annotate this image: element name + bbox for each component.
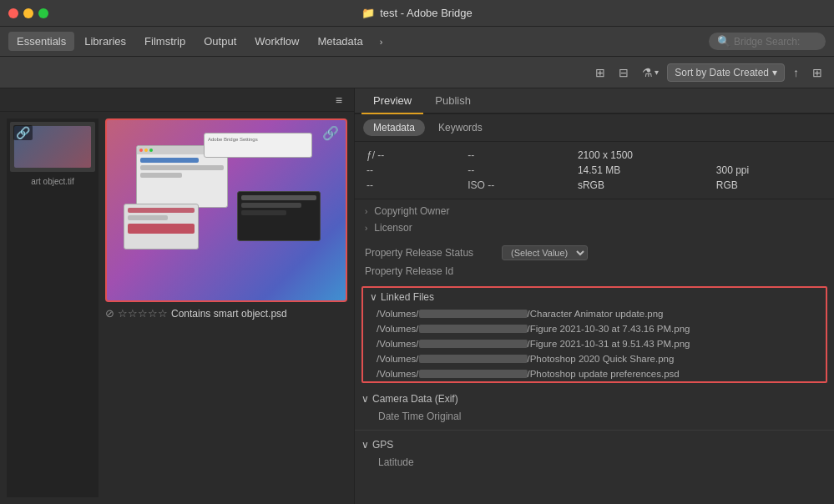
tab-preview[interactable]: Preview — [361, 88, 423, 114]
lf-redacted-4 — [419, 370, 528, 378]
expand-icon-licensor: › — [365, 224, 371, 233]
menu-filmstrip[interactable]: Filmstrip — [136, 32, 194, 51]
grid-view-btn2[interactable]: ⊟ — [614, 63, 634, 82]
minimize-button[interactable] — [23, 8, 33, 18]
lf-suffix-0: /Character Animator update.png — [528, 309, 664, 319]
thumb-window-3 — [237, 191, 321, 241]
subtab-keywords[interactable]: Keywords — [428, 119, 493, 136]
sort-chevron: ▾ — [772, 67, 777, 78]
grid-icon: ⊞ — [595, 66, 605, 79]
latitude-row: Latitude — [355, 454, 834, 471]
latitude-label: Latitude — [365, 456, 498, 468]
lf-suffix-3: /Photoshop 2020 Quick Share.png — [528, 354, 675, 364]
tab-publish[interactable]: Publish — [423, 88, 483, 114]
meta-colormode: RGB — [715, 179, 824, 192]
property-release-status-select[interactable]: (Select Value) — [502, 245, 588, 260]
meta-content: ƒ/ -- -- 2100 x 1500 -- -- 14.51 MB 300 … — [355, 142, 834, 504]
thumb-window-4: Adobe Bridge Settings — [204, 133, 312, 158]
ban-icon: ⊘ — [105, 307, 114, 320]
left-panel: ≡ 🔗 art object.tif — [0, 88, 355, 504]
menu-essentials[interactable]: Essentials — [8, 32, 74, 51]
copyright-row[interactable]: › Copyright Owner — [355, 203, 834, 219]
meta-flash: -- — [365, 179, 459, 192]
lf-redacted-3 — [419, 355, 528, 363]
meta-iso: ISO -- — [466, 179, 569, 192]
filter-btn[interactable]: ⚗ ▾ — [637, 63, 664, 82]
lf-prefix-4: /Volumes/ — [377, 369, 419, 379]
lf-prefix-1: /Volumes/ — [377, 324, 419, 334]
title-bar: 📁 test - Adobe Bridge — [0, 0, 834, 27]
linked-files-section: ∨ Linked Files /Volumes//Character Anima… — [361, 286, 827, 383]
linked-file-row-2: /Volumes//Figure 2021-10-31 at 9.51.43 P… — [363, 336, 826, 351]
lf-redacted-2 — [419, 340, 528, 348]
menu-output[interactable]: Output — [195, 32, 245, 51]
sort-dropdown[interactable]: Sort by Date Created ▾ — [667, 63, 785, 82]
lf-prefix-2: /Volumes/ — [377, 339, 419, 349]
menu-libraries[interactable]: Libraries — [76, 32, 134, 51]
linked-file-row-0: /Volumes//Character Animator update.png — [363, 306, 826, 321]
sort-label: Sort by Date Created — [675, 67, 769, 78]
copyright-label: Copyright Owner — [374, 205, 508, 217]
meta-extra1 — [715, 149, 824, 162]
panel-tabs: Preview Publish — [355, 88, 834, 114]
maximize-button[interactable] — [38, 8, 48, 18]
lf-suffix-4: /Photoshop update preferences.psd — [528, 369, 680, 379]
meta-info-grid: ƒ/ -- -- 2100 x 1500 -- -- 14.51 MB 300 … — [355, 142, 834, 199]
thumb-content: Adobe Bridge Settings — [107, 120, 346, 300]
right-panel: Preview Publish Metadata Keywords ƒ/ -- … — [355, 88, 834, 504]
search-input[interactable] — [734, 36, 817, 48]
menu-metadata[interactable]: Metadata — [309, 32, 371, 51]
sort-asc-btn[interactable]: ↑ — [788, 63, 804, 82]
left-panel-content: 🔗 art object.tif — [0, 112, 354, 504]
main-thumbnail[interactable]: Adobe Bridge Settings — [105, 118, 347, 302]
date-time-original-label: Date Time Original — [365, 411, 498, 422]
thumb-window-2 — [124, 204, 199, 249]
linked-file-row-3: /Volumes//Photoshop 2020 Quick Share.png — [363, 351, 826, 366]
meta-filesize: 14.51 MB — [576, 164, 708, 177]
meta-ev: -- — [365, 164, 459, 177]
panel-menu-btn[interactable]: ≡ — [331, 91, 347, 109]
lf-redacted-0 — [419, 310, 528, 318]
app-title: 📁 test - Adobe Bridge — [361, 7, 473, 19]
camera-section-title: Camera Data (Exif) — [372, 393, 458, 405]
folder-icon: 📁 — [361, 7, 375, 19]
sidebar-filename: art object.tif — [10, 175, 95, 188]
expand-icon-copyright: › — [365, 207, 371, 216]
property-release-status-row: Property Release Status (Select Value) — [355, 243, 834, 263]
linked-files-header[interactable]: ∨ Linked Files — [363, 288, 826, 306]
thumb-filename: Contains smart object.psd — [171, 308, 287, 320]
lf-prefix-0: /Volumes/ — [377, 309, 419, 319]
menu-more-chevron[interactable]: › — [373, 33, 390, 50]
gps-section-header[interactable]: ∨ GPS — [355, 436, 834, 454]
link-icon-sidebar: 🔗 — [13, 125, 33, 140]
subtab-metadata[interactable]: Metadata — [363, 119, 425, 136]
linked-file-row-1: /Volumes//Figure 2021-10-30 at 7.43.16 P… — [363, 321, 826, 336]
sidebar-thumb-1[interactable]: 🔗 — [10, 122, 95, 172]
close-button[interactable] — [8, 8, 18, 18]
window-controls — [8, 8, 48, 18]
grid-view-btn[interactable]: ⊞ — [590, 63, 610, 82]
licensor-label: Licensor — [374, 222, 508, 234]
search-icon: 🔍 — [717, 35, 730, 48]
rating-stars[interactable]: ☆☆☆☆☆ — [118, 307, 168, 320]
expand-rows-section: › Copyright Owner › Licensor — [355, 199, 834, 239]
workspace-icon: ⊞ — [812, 66, 822, 79]
search-area[interactable]: 🔍 — [709, 33, 826, 50]
gps-section: ∨ GPS Latitude — [355, 432, 834, 474]
meta-dimensions: 2100 x 1500 — [576, 149, 708, 162]
toolbar: ⊞ ⊟ ⚗ ▾ Sort by Date Created ▾ ↑ ⊞ — [0, 57, 834, 88]
grid2-icon: ⊟ — [619, 66, 629, 79]
camera-collapse-icon: ∨ — [361, 393, 369, 405]
linked-file-row-4: /Volumes//Photoshop update preferences.p… — [363, 366, 826, 381]
linked-files-collapse-icon: ∨ — [370, 291, 377, 303]
camera-section-header[interactable]: ∨ Camera Data (Exif) — [355, 390, 834, 408]
lf-suffix-1: /Figure 2021-10-30 at 7.43.16 PM.png — [528, 324, 690, 334]
licensor-row[interactable]: › Licensor — [355, 219, 834, 236]
left-panel-header: ≡ — [0, 88, 354, 112]
camera-section: ∨ Camera Data (Exif) Date Time Original — [355, 386, 834, 428]
gps-collapse-icon: ∨ — [361, 439, 369, 451]
property-release-id-row: Property Release Id — [355, 263, 834, 280]
menu-workflow[interactable]: Workflow — [246, 32, 307, 51]
workspace-btn[interactable]: ⊞ — [807, 63, 827, 82]
sub-tabs: Metadata Keywords — [355, 114, 834, 142]
